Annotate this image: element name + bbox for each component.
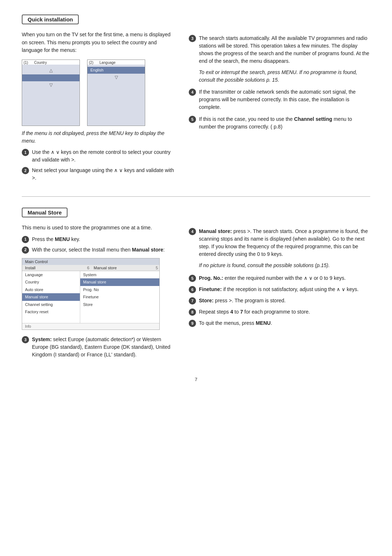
menu1-selected-row bbox=[22, 74, 79, 81]
ms-step-8-text: Repeat steps 4 to 7 for each programme t… bbox=[199, 308, 310, 316]
ms-step-7: 7 Store: press >. The program is stored. bbox=[189, 297, 370, 304]
ms-left-factoryreset: Factory reset bbox=[22, 308, 80, 316]
ms-step3-list: 3 System: select Europe (automatic detec… bbox=[22, 336, 174, 359]
ms-step-3-text: System: select Europe (automatic detecti… bbox=[32, 336, 174, 359]
step-2-text: Next select your language using the ∧ ∨ … bbox=[32, 167, 174, 182]
ms-right-blank2 bbox=[80, 316, 159, 323]
language-menu-box: (2) Language English bbox=[87, 60, 145, 126]
country-menu-box: (1) Country bbox=[22, 60, 80, 126]
section-divider bbox=[22, 196, 370, 197]
quick-step-2: 2 Next select your language using the ∧ … bbox=[22, 167, 174, 182]
ms-left-channelsetting: Channel setting bbox=[22, 301, 80, 308]
ms-col-manual-num: 5 bbox=[148, 265, 159, 271]
menu2-label: (2) Language bbox=[87, 60, 145, 65]
ms-body: Language Country Auto store Manual store… bbox=[22, 271, 159, 323]
quick-step-3: 3 The search starts automatically. All t… bbox=[189, 34, 370, 65]
step-num-3: 3 bbox=[189, 35, 196, 42]
no-picture-note: If no picture is found, consult the poss… bbox=[199, 262, 370, 269]
ms-step-7-text: Store: press >. The program is stored. bbox=[199, 297, 286, 304]
menu-screenshots: (1) Country bbox=[22, 60, 174, 126]
step-3-text: The search starts automatically. All the… bbox=[199, 34, 370, 65]
menu2-arrow-down bbox=[87, 74, 145, 81]
ms-step-6: 6 Finetune: if the reception is not sati… bbox=[189, 286, 370, 293]
step-1-text: Use the ∧ ∨ keys on the remote control t… bbox=[32, 148, 174, 164]
ms-col-install-label: Install bbox=[22, 265, 80, 271]
interrupt-note: To exit or interrupt the search, press M… bbox=[199, 69, 370, 84]
manual-store-section: Manual Store This menu is used to store … bbox=[22, 208, 370, 362]
ms-left-language: Language bbox=[22, 271, 80, 279]
ms-step-num-1: 1 bbox=[22, 236, 29, 243]
ms-step-9-text: To quit the menus, press MENU. bbox=[199, 319, 272, 327]
menu1-arrow-up bbox=[22, 67, 79, 74]
ms-step-4: 4 Manual store: press >. The search star… bbox=[189, 228, 370, 258]
ms-step-4-text: Manual store: press >. The search starts… bbox=[199, 228, 370, 258]
page-number: 7 bbox=[22, 377, 370, 382]
manual-store-right: 4 Manual store: press >. The search star… bbox=[189, 224, 370, 362]
ms-step-num-4: 4 bbox=[189, 228, 196, 235]
ms-step-1-text: Press the MENU key. bbox=[32, 236, 80, 243]
ms-step-1: 1 Press the MENU key. bbox=[22, 236, 174, 243]
ms-step-8: 8 Repeat steps 4 to 7 for each programme… bbox=[189, 308, 370, 316]
ms-left-blank bbox=[22, 316, 80, 323]
ms-header: Main Control bbox=[22, 258, 159, 265]
ms-col-header: Install 6 Manual store 5 bbox=[22, 265, 159, 271]
ms-left-manualstore: Manual store bbox=[22, 293, 80, 301]
ms-right-system: System bbox=[80, 271, 159, 279]
step-4-text: If the transmitter or cable network send… bbox=[199, 88, 370, 111]
manual-store-steps-left: 1 Press the MENU key. 2 With the cursor,… bbox=[22, 236, 174, 254]
ms-right-manualstore: Manual store bbox=[80, 278, 159, 286]
ms-steps-right-extra: 5 Prog. No.: enter the required number w… bbox=[189, 274, 370, 327]
quick-installation-section: Quick installation When you turn on the … bbox=[22, 15, 370, 185]
manual-store-intro: This menu is used to store the programme… bbox=[22, 224, 174, 232]
quick-install-steps-left: 1 Use the ∧ ∨ keys on the remote control… bbox=[22, 148, 174, 182]
manual-store-menu: Main Control Install 6 Manual store 5 La… bbox=[22, 258, 160, 330]
ms-step-num-8: 8 bbox=[189, 308, 196, 316]
ms-right-store: Store bbox=[80, 301, 159, 308]
ms-step-5-text: Prog. No.: enter the required number wit… bbox=[199, 274, 346, 282]
quick-step4-list: 4 If the transmitter or cable network se… bbox=[189, 88, 370, 131]
ms-step-num-5: 5 bbox=[189, 275, 196, 282]
quick-install-intro: When you turn on the TV set for the firs… bbox=[22, 31, 174, 54]
ms-step-3: 3 System: select Europe (automatic detec… bbox=[22, 336, 174, 359]
menu2-selected-row: English bbox=[87, 67, 145, 74]
ms-right-progno: Prog. No bbox=[80, 286, 159, 294]
ms-info-bar: Info bbox=[22, 323, 159, 330]
step-5-text: If this is not the case, you need to use… bbox=[199, 115, 370, 131]
ms-col-manual-label: Manual store bbox=[91, 265, 148, 271]
ms-step-num-6: 6 bbox=[189, 286, 196, 293]
ms-right-finetune: Finetune bbox=[80, 293, 159, 301]
quick-install-right: 3 The search starts automatically. All t… bbox=[189, 31, 370, 185]
ms-step-6-text: Finetune: if the reception is not satisf… bbox=[199, 286, 359, 293]
manual-store-title: Manual Store bbox=[22, 208, 68, 217]
menu1-label: (1) Country bbox=[22, 60, 79, 65]
ms-left-country: Country bbox=[22, 278, 80, 286]
ms-left-autostore: Auto store bbox=[22, 286, 80, 294]
ms-step-num-9: 9 bbox=[189, 320, 196, 327]
menu1-arrow-down bbox=[22, 81, 79, 89]
ms-right-col: System Manual store Prog. No Finetune St… bbox=[80, 271, 159, 323]
ms-step-num-2: 2 bbox=[22, 246, 29, 254]
ms-step-2: 2 With the cursor, select the Install me… bbox=[22, 246, 174, 254]
step-num-1: 1 bbox=[22, 149, 29, 156]
quick-install-left: When you turn on the TV set for the firs… bbox=[22, 31, 174, 185]
quick-step-4: 4 If the transmitter or cable network se… bbox=[189, 88, 370, 111]
quick-step-5: 5 If this is not the case, you need to u… bbox=[189, 115, 370, 131]
ms-col-install-num: 6 bbox=[80, 265, 91, 271]
manual-store-left: This menu is used to store the programme… bbox=[22, 224, 174, 362]
ms-left-col: Language Country Auto store Manual store… bbox=[22, 271, 80, 323]
ms-step-num-3: 3 bbox=[22, 336, 29, 343]
step-num-2: 2 bbox=[22, 167, 29, 174]
ms-step-num-7: 7 bbox=[189, 297, 196, 304]
ms-step-5: 5 Prog. No.: enter the required number w… bbox=[189, 274, 370, 282]
ms-right-blank1 bbox=[80, 308, 159, 316]
ms-steps-right: 4 Manual store: press >. The search star… bbox=[189, 228, 370, 258]
ms-step-2-text: With the cursor, select the Install menu… bbox=[32, 246, 165, 254]
menu-not-displayed-note: If the menu is not displayed, press the … bbox=[22, 130, 174, 145]
step-num-5: 5 bbox=[189, 116, 196, 123]
quick-install-steps-right: 3 The search starts automatically. All t… bbox=[189, 34, 370, 65]
quick-installation-title: Quick installation bbox=[22, 15, 79, 24]
quick-step-1: 1 Use the ∧ ∨ keys on the remote control… bbox=[22, 148, 174, 164]
step-num-4: 4 bbox=[189, 89, 196, 96]
ms-step-9: 9 To quit the menus, press MENU. bbox=[189, 319, 370, 327]
